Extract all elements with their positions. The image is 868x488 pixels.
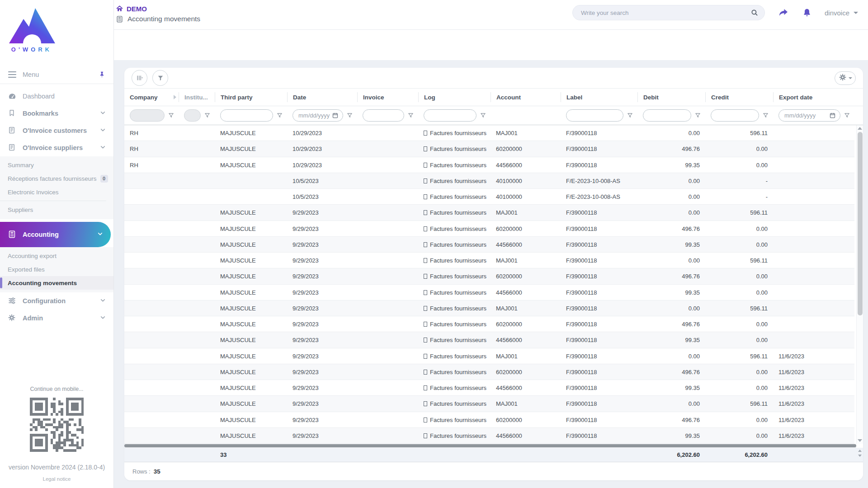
- date-placeholder: mm/dd/yyyy: [298, 112, 332, 119]
- filter-field-third_party[interactable]: [220, 109, 273, 122]
- cell-label: F/39000118: [561, 162, 637, 169]
- column-header-label[interactable]: Label: [561, 92, 637, 102]
- columns-button[interactable]: [132, 70, 147, 86]
- home-icon[interactable]: [116, 5, 123, 12]
- filter-input-label[interactable]: [572, 112, 619, 119]
- sidebar-item-receptions-factures-fournisseurs[interactable]: Réceptions factures fournisseurs0: [0, 172, 113, 185]
- sidebar-item-accounting[interactable]: Accounting: [0, 222, 111, 247]
- sidebar-item-configuration[interactable]: Configuration: [0, 292, 113, 310]
- filter-menu-icon[interactable]: [694, 112, 701, 119]
- filter-input-invoice[interactable]: [368, 112, 400, 119]
- column-header-debit[interactable]: Debit: [637, 92, 705, 102]
- hamburger-icon[interactable]: [8, 71, 16, 78]
- share-button[interactable]: [778, 7, 789, 18]
- sidebar-item-dashboard[interactable]: Dashboard: [0, 88, 113, 105]
- table-row[interactable]: MAJUSCULE9/29/2023Factures fournisseursM…: [124, 205, 854, 221]
- filter-input-debit[interactable]: [649, 112, 687, 119]
- filter-button[interactable]: [152, 70, 168, 86]
- user-menu[interactable]: dinvoice: [825, 9, 858, 17]
- table-row[interactable]: MAJUSCULE9/29/2023Factures fournisseursM…: [124, 253, 854, 268]
- table-row[interactable]: RHMAJUSCULE10/29/2023Factures fournisseu…: [124, 141, 854, 157]
- filter-field-log[interactable]: [424, 109, 476, 122]
- column-header-credit[interactable]: Credit: [705, 92, 773, 102]
- sidebar-item-accounting-export[interactable]: Accounting export: [0, 249, 113, 263]
- table-row[interactable]: 10/5/2023Factures fournisseurs40100000F/…: [124, 173, 854, 189]
- table-row[interactable]: MAJUSCULE9/29/2023Factures fournisseursM…: [124, 396, 854, 412]
- filter-input-credit[interactable]: [717, 112, 755, 119]
- sidebar-item-oinvoice-suppliers[interactable]: O'Invoice suppliers: [0, 139, 113, 156]
- column-header-log[interactable]: Log: [418, 92, 491, 102]
- filter-field-label[interactable]: [566, 109, 623, 122]
- calendar-icon[interactable]: [332, 112, 339, 119]
- column-header-company[interactable]: Company: [124, 92, 179, 102]
- table-row[interactable]: MAJUSCULE9/29/2023Factures fournisseurs4…: [124, 428, 854, 444]
- filter-menu-icon[interactable]: [762, 112, 769, 119]
- scroll-down-arrow[interactable]: [858, 455, 862, 457]
- notifications-button[interactable]: [802, 7, 812, 18]
- scroll-up-arrow[interactable]: [858, 450, 862, 452]
- filter-cell-date: mm/dd/yyyy: [287, 109, 357, 122]
- table-row[interactable]: MAJUSCULE9/29/2023Factures fournisseurs4…: [124, 285, 854, 300]
- table-row[interactable]: MAJUSCULE9/29/2023Factures fournisseurs6…: [124, 316, 854, 332]
- column-header-institution[interactable]: Institu...: [179, 92, 215, 102]
- table-row[interactable]: MAJUSCULE9/29/2023Factures fournisseurs6…: [124, 364, 854, 380]
- sidebar-item-suppliers[interactable]: Suppliers: [0, 203, 113, 216]
- cell-log: Factures fournisseurs: [418, 162, 491, 169]
- sidebar-item-electronic-invoices[interactable]: Electronic Invoices: [0, 185, 113, 199]
- sidebar-item-bookmarks[interactable]: Bookmarks: [0, 105, 113, 122]
- filter-menu-icon[interactable]: [204, 112, 211, 119]
- missing-glyph-icon: [424, 370, 427, 375]
- sidebar-item-admin[interactable]: Admin: [0, 310, 113, 327]
- totals-scroll-arrows[interactable]: [858, 450, 862, 457]
- table-settings-button[interactable]: [835, 71, 856, 85]
- scroll-up-arrow[interactable]: [858, 127, 862, 130]
- sidebar-item-oinvoice-customers[interactable]: O'Invoice customers: [0, 122, 113, 139]
- filter-input-third_party[interactable]: [226, 112, 269, 119]
- table-row[interactable]: MAJUSCULE9/29/2023Factures fournisseurs6…: [124, 268, 854, 284]
- search-input[interactable]: [581, 9, 750, 16]
- filter-menu-icon[interactable]: [346, 112, 353, 119]
- filter-menu-icon[interactable]: [168, 112, 175, 119]
- sidebar-item-exported-files[interactable]: Exported files: [0, 263, 113, 276]
- filter-menu-icon[interactable]: [627, 112, 633, 119]
- column-header-invoice[interactable]: Invoice: [357, 92, 418, 102]
- table-row[interactable]: MAJUSCULE9/29/2023Factures fournisseurs4…: [124, 237, 854, 253]
- scroll-down-arrow[interactable]: [858, 439, 862, 442]
- filter-field-date[interactable]: mm/dd/yyyy: [292, 109, 343, 122]
- horizontal-scrollbar-thumb[interactable]: [124, 444, 856, 447]
- filter-field-invoice[interactable]: [363, 109, 404, 122]
- table-row[interactable]: RHMAJUSCULE10/29/2023Factures fournisseu…: [124, 125, 854, 141]
- horizontal-scrollbar[interactable]: [124, 444, 856, 448]
- sidebar-menu-header[interactable]: Menu: [0, 65, 113, 84]
- breadcrumb-home[interactable]: DEMO: [127, 5, 147, 13]
- vertical-scrollbar-thumb[interactable]: [858, 132, 863, 315]
- column-header-date[interactable]: Date: [287, 92, 357, 102]
- filter-menu-icon[interactable]: [480, 112, 486, 119]
- column-header-export_date[interactable]: Export date: [773, 92, 854, 102]
- filter-menu-icon[interactable]: [407, 112, 414, 119]
- filter-input-log[interactable]: [429, 112, 472, 119]
- filter-field-debit[interactable]: [643, 109, 691, 122]
- table-row[interactable]: MAJUSCULE9/29/2023Factures fournisseurs6…: [124, 221, 854, 237]
- sidebar-item-summary[interactable]: Summary: [0, 158, 113, 172]
- column-header-account[interactable]: Account: [491, 92, 561, 102]
- legal-notice-link[interactable]: Legal notice: [0, 476, 113, 482]
- table-row[interactable]: MAJUSCULE9/29/2023Factures fournisseursM…: [124, 348, 854, 364]
- filter-field-export_date[interactable]: mm/dd/yyyy: [778, 109, 840, 122]
- table-row[interactable]: MAJUSCULE9/29/2023Factures fournisseurs4…: [124, 380, 854, 396]
- vertical-scrollbar[interactable]: [856, 125, 863, 444]
- filter-field-credit[interactable]: [711, 109, 759, 122]
- column-header-third_party[interactable]: Third party: [215, 92, 287, 102]
- table-row[interactable]: RHMAJUSCULE10/29/2023Factures fournisseu…: [124, 157, 854, 173]
- table-row[interactable]: MAJUSCULE9/29/2023Factures fournisseursM…: [124, 300, 854, 316]
- table-row[interactable]: 10/5/2023Factures fournisseurs40100000F/…: [124, 189, 854, 205]
- table-row[interactable]: MAJUSCULE9/29/2023Factures fournisseurs4…: [124, 332, 854, 348]
- sidebar-item-accounting-movements[interactable]: Accounting movements: [0, 276, 113, 290]
- global-search[interactable]: [572, 5, 765, 20]
- pin-icon[interactable]: [99, 71, 105, 78]
- calendar-icon[interactable]: [829, 112, 836, 119]
- search-icon[interactable]: [750, 9, 759, 17]
- filter-menu-icon[interactable]: [844, 112, 850, 119]
- filter-menu-icon[interactable]: [276, 112, 283, 119]
- table-row[interactable]: MAJUSCULE9/29/2023Factures fournisseurs6…: [124, 412, 854, 428]
